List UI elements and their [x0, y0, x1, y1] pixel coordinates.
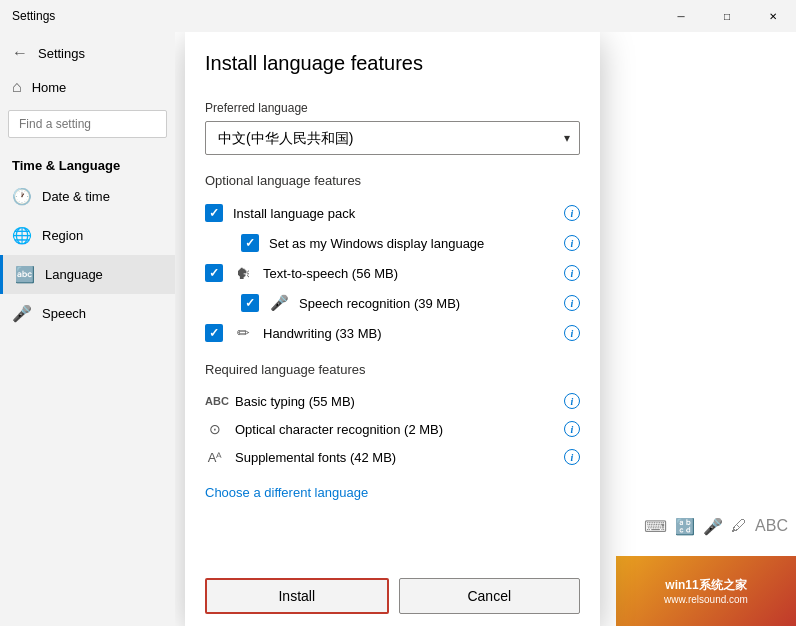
content-area: ...er will appear in this ...uage in the…	[175, 32, 796, 626]
date-time-icon: 🕐	[12, 187, 32, 206]
required-section-title: Required language features	[205, 362, 580, 377]
sidebar-category: Time & Language	[0, 148, 175, 177]
title-bar: Settings ─ □ ✕	[0, 0, 796, 32]
cancel-button[interactable]: Cancel	[399, 578, 581, 614]
feature-label-set-display-lang: Set as my Windows display language	[269, 236, 554, 251]
checkbox-text-to-speech[interactable]	[205, 264, 223, 282]
dialog-header: Install language features	[185, 32, 600, 101]
toolbar-icon-4[interactable]: 🖊	[731, 517, 747, 536]
back-button[interactable]: ← Settings	[0, 36, 175, 70]
feature-handwriting: ✏ Handwriting (33 MB) i	[205, 318, 580, 348]
feature-label-basic-typing: Basic typing (55 MB)	[235, 394, 554, 409]
feature-label-handwriting: Handwriting (33 MB)	[263, 326, 554, 341]
speech-recognition-icon: 🎤	[269, 294, 289, 312]
language-icon: 🔤	[15, 265, 35, 284]
feature-text-to-speech: 🗣 Text-to-speech (56 MB) i	[205, 258, 580, 288]
toolbar-icon-3[interactable]: 🎤	[703, 517, 723, 536]
sidebar: ← Settings ⌂ Home Time & Language 🕐 Date…	[0, 32, 175, 626]
toolbar-icon-2[interactable]: 🔡	[675, 517, 695, 536]
toolbar-icon-5[interactable]: ABC	[755, 517, 788, 536]
supplemental-fonts-icon: Aᴬ	[205, 450, 225, 465]
sidebar-item-date-time[interactable]: 🕐 Date & time	[0, 177, 175, 216]
sidebar-item-region-label: Region	[42, 228, 83, 243]
speech-icon: 🎤	[12, 304, 32, 323]
sidebar-item-speech[interactable]: 🎤 Speech	[0, 294, 175, 333]
basic-typing-icon: ABC	[205, 395, 225, 407]
required-section: Required language features ABC Basic typ…	[205, 362, 580, 471]
info-icon-supplemental-fonts[interactable]: i	[564, 449, 580, 465]
title-bar-controls: ─ □ ✕	[658, 0, 796, 32]
feature-label-supplemental-fonts: Supplemental fonts (42 MB)	[235, 450, 554, 465]
sidebar-item-language-label: Language	[45, 267, 103, 282]
toolbar-icon-1[interactable]: ⌨	[644, 517, 667, 536]
dialog-body: Preferred language 中文(中华人民共和国) ▾ Optiona…	[185, 101, 600, 566]
ocr-icon: ⊙	[205, 421, 225, 437]
sidebar-item-language[interactable]: 🔤 Language	[0, 255, 175, 294]
feature-ocr: ⊙ Optical character recognition (2 MB) i	[205, 415, 580, 443]
feature-label-text-to-speech: Text-to-speech (56 MB)	[263, 266, 554, 281]
maximize-button[interactable]: □	[704, 0, 750, 32]
home-label: Home	[32, 80, 67, 95]
preferred-language-label: Preferred language	[205, 101, 580, 115]
sidebar-item-date-time-label: Date & time	[42, 189, 110, 204]
home-button[interactable]: ⌂ Home	[0, 70, 175, 104]
feature-install-lang-pack: Install language pack i	[205, 198, 580, 228]
minimize-button[interactable]: ─	[658, 0, 704, 32]
watermark-line1: win11系统之家	[665, 577, 746, 594]
info-icon-basic-typing[interactable]: i	[564, 393, 580, 409]
sidebar-item-speech-label: Speech	[42, 306, 86, 321]
feature-speech-recognition: 🎤 Speech recognition (39 MB) i	[205, 288, 580, 318]
install-button[interactable]: Install	[205, 578, 389, 614]
dialog-footer: Install Cancel	[185, 566, 600, 626]
feature-set-display-lang: Set as my Windows display language i	[205, 228, 580, 258]
info-icon-speech-recognition[interactable]: i	[564, 295, 580, 311]
feature-label-speech-recognition: Speech recognition (39 MB)	[299, 296, 554, 311]
language-dropdown[interactable]: 中文(中华人民共和国)	[205, 121, 580, 155]
install-dialog: Install language features Preferred lang…	[185, 32, 600, 626]
sidebar-item-region[interactable]: 🌐 Region	[0, 216, 175, 255]
feature-label-install-lang-pack: Install language pack	[233, 206, 554, 221]
region-icon: 🌐	[12, 226, 32, 245]
info-icon-handwriting[interactable]: i	[564, 325, 580, 341]
main-layout: ← Settings ⌂ Home Time & Language 🕐 Date…	[0, 32, 796, 626]
back-icon: ←	[12, 44, 28, 62]
language-dropdown-wrapper: 中文(中华人民共和国) ▾	[205, 121, 580, 155]
feature-supplemental-fonts: Aᴬ Supplemental fonts (42 MB) i	[205, 443, 580, 471]
feature-label-ocr: Optical character recognition (2 MB)	[235, 422, 554, 437]
right-toolbar: ⌨ 🔡 🎤 🖊 ABC	[644, 517, 788, 536]
title-bar-title: Settings	[12, 9, 55, 23]
info-icon-text-to-speech[interactable]: i	[564, 265, 580, 281]
text-to-speech-icon: 🗣	[233, 265, 253, 282]
back-label: Settings	[38, 46, 85, 61]
checkbox-set-display-lang[interactable]	[241, 234, 259, 252]
checkbox-speech-recognition[interactable]	[241, 294, 259, 312]
handwriting-icon: ✏	[233, 324, 253, 342]
close-button[interactable]: ✕	[750, 0, 796, 32]
watermark: win11系统之家 www.relsound.com	[616, 556, 796, 626]
checkbox-install-lang-pack[interactable]	[205, 204, 223, 222]
info-icon-set-display-lang[interactable]: i	[564, 235, 580, 251]
info-icon-ocr[interactable]: i	[564, 421, 580, 437]
dialog-title: Install language features	[205, 52, 580, 75]
watermark-line2: www.relsound.com	[664, 594, 748, 605]
search-input[interactable]	[8, 110, 167, 138]
home-icon: ⌂	[12, 78, 22, 96]
feature-basic-typing: ABC Basic typing (55 MB) i	[205, 387, 580, 415]
info-icon-install-lang-pack[interactable]: i	[564, 205, 580, 221]
checkbox-handwriting[interactable]	[205, 324, 223, 342]
choose-different-language-link[interactable]: Choose a different language	[205, 485, 368, 500]
title-bar-left: Settings	[12, 9, 55, 23]
optional-section-title: Optional language features	[205, 173, 580, 188]
